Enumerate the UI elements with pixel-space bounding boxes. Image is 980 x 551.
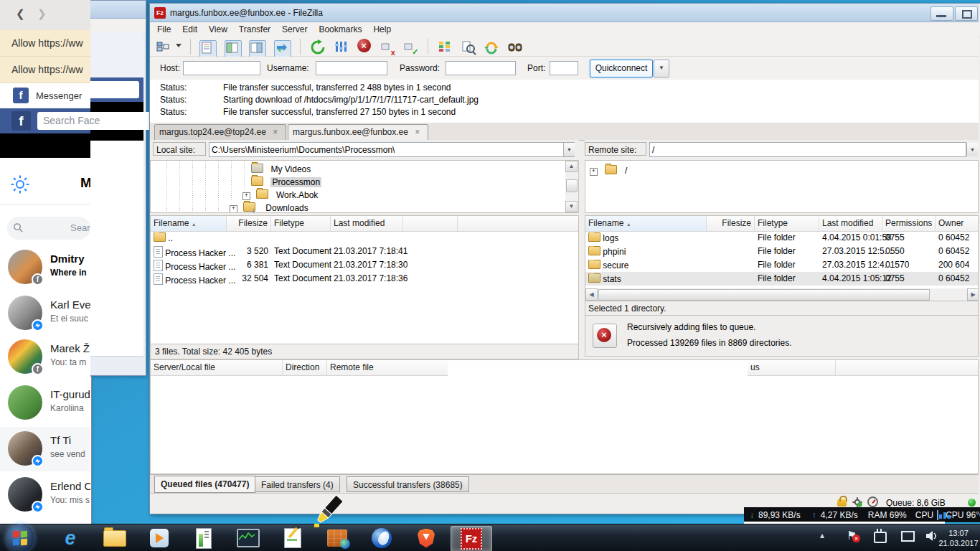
remote-tree[interactable]: + / [585, 160, 979, 213]
tree-item-root[interactable]: + / [590, 164, 627, 176]
taskbar[interactable]: e Fz ▴ ⚑× 13:07 21.03.2017 [0, 524, 980, 551]
tray-chevron-icon[interactable]: ▴ [820, 530, 824, 540]
local-tree-scrollbar[interactable]: ▲ ▼ [565, 161, 578, 212]
column-header-filetype[interactable]: Filetype [755, 216, 819, 231]
toggle-queue-icon[interactable] [274, 40, 291, 57]
filezilla-window[interactable]: Fz margus.funbox.ee@funbox.ee - FileZill… [149, 3, 980, 514]
local-tree[interactable]: My Videos Processmon + Work.Abok + ↓ Dow… [150, 160, 579, 213]
file-row[interactable]: Process Hacker ... 32 504 Text Document … [151, 272, 579, 286]
column-header-remote-file[interactable]: Remote file [327, 360, 448, 375]
menu-help[interactable]: Help [367, 23, 397, 36]
quickconnect-dropdown-button[interactable]: ▼ [654, 60, 669, 77]
scroll-down-icon[interactable]: ▼ [565, 201, 578, 212]
column-header-server-local-file[interactable]: Server/Local file [151, 360, 283, 375]
taskbar-pen-document[interactable] [273, 526, 313, 550]
transfer-queue-panel[interactable]: Server/Local file Direction Remote file … [150, 359, 979, 474]
tray-network-icon[interactable] [901, 531, 915, 542]
tab-queued-files[interactable]: Queued files (470477) [154, 476, 255, 493]
tab-failed-transfers[interactable]: Failed transfers (4) [255, 476, 340, 492]
file-row[interactable]: Process Hacker ... 3 520 Text Document 2… [151, 245, 579, 258]
taskbar-brave[interactable] [406, 526, 446, 550]
taskbar-filezilla[interactable]: Fz [451, 526, 492, 551]
menu-transfer[interactable]: Transfer [233, 23, 276, 36]
column-header-filesize[interactable]: Filesize [707, 216, 755, 231]
server-tab[interactable]: margus.top24.ee@top24.ee × [154, 124, 286, 140]
menu-file[interactable]: File [151, 23, 176, 36]
password-input[interactable] [446, 61, 516, 75]
scroll-up-icon[interactable]: ▲ [565, 161, 578, 172]
speed-gauge-icon[interactable] [867, 496, 878, 507]
contact-row[interactable]: Tf Ti see vend [0, 427, 90, 471]
scroll-left-icon[interactable]: ◀ [585, 288, 598, 301]
host-input[interactable] [183, 61, 260, 75]
tree-item-work-abok[interactable]: + Work.Abok [242, 188, 318, 201]
contact-row[interactable]: IT-gurud Karoliina [0, 381, 90, 425]
filezilla-titlebar[interactable]: Fz margus.funbox.ee@funbox.ee - FileZill… [150, 4, 979, 22]
scroll-thumb[interactable] [566, 179, 578, 192]
stop-recursive-button[interactable]: × [593, 324, 617, 348]
refresh-icon[interactable] [310, 39, 326, 55]
column-header-filetype[interactable]: Filetype [271, 216, 331, 231]
expand-icon[interactable]: + [590, 168, 598, 176]
tray-clock[interactable]: 13:07 21.03.2017 [938, 528, 979, 548]
column-header-filesize[interactable]: Filesize [227, 216, 271, 231]
column-header-lastmodified[interactable]: Last modified [331, 216, 403, 231]
tray-action-center-icon[interactable]: ⚑× [847, 529, 857, 542]
column-header-filename[interactable]: Filename ▲ [585, 216, 707, 231]
local-file-list[interactable]: Filename ▲ Filesize Filetype Last modifi… [150, 215, 579, 344]
minimize-button[interactable] [930, 6, 953, 21]
server-tab-active[interactable]: margus.funbox.ee@funbox.ee × [288, 124, 428, 140]
find-icon[interactable] [507, 39, 523, 55]
disconnect-icon[interactable]: x [380, 41, 395, 57]
file-row[interactable]: Process Hacker ... 6 381 Text Document 2… [151, 258, 579, 272]
menu-bookmarks[interactable]: Bookmarks [313, 23, 367, 36]
column-header-owner[interactable]: Owner [936, 216, 979, 231]
site-manager-dropdown-icon[interactable] [176, 44, 182, 50]
remote-file-list[interactable]: Filename ▲ Filesize Filetype Last modifi… [585, 215, 979, 301]
column-header-status-fragment[interactable]: us [748, 360, 836, 375]
tree-item-my-videos[interactable]: My Videos [251, 162, 311, 175]
taskbar-meter-document[interactable] [184, 526, 224, 550]
expand-icon[interactable]: + [230, 205, 237, 213]
tree-item-downloads[interactable]: + ↓ Downloads [230, 201, 308, 213]
expand-icon[interactable]: + [242, 192, 250, 200]
file-row-selected[interactable]: stats File folder 4.04.2015 1:05:12 0755… [585, 272, 979, 286]
file-row[interactable]: .. [151, 231, 579, 245]
scroll-thumb[interactable] [598, 289, 930, 301]
taskbar-media-player[interactable] [139, 526, 179, 550]
remote-list-hscrollbar[interactable]: ◀ ▶ [585, 288, 979, 301]
taskbar-process-monitor[interactable] [228, 526, 268, 550]
tab-close-icon[interactable]: × [415, 127, 420, 137]
column-header-direction[interactable]: Direction [283, 360, 327, 375]
username-input[interactable] [316, 61, 387, 75]
column-header-permissions[interactable]: Permissions [882, 216, 936, 231]
directory-comparison-icon[interactable] [437, 39, 453, 55]
contact-row[interactable]: Erlend O You: mis s [0, 473, 90, 517]
column-header-lastmodified[interactable]: Last modified [819, 216, 882, 231]
taskbar-windows-explorer[interactable] [95, 526, 135, 550]
taskbar-seamonkey[interactable] [362, 526, 402, 550]
start-button[interactable] [6, 524, 34, 551]
site-manager-icon[interactable] [155, 39, 171, 55]
tab-close-icon[interactable]: × [273, 127, 278, 137]
contact-row[interactable]: f Marek Ž You: ta m [0, 376, 90, 380]
file-row[interactable]: phpini File folder 27.03.2015 12:5... 05… [585, 245, 979, 258]
taskbar-internet-explorer[interactable]: e [50, 526, 90, 550]
taskbar-firewall[interactable] [317, 526, 357, 550]
local-site-dropdown-icon[interactable]: ▼ [563, 143, 575, 156]
file-row[interactable]: logs File folder 4.04.2015 0:01:58 0755 … [585, 231, 979, 245]
remote-site-combo[interactable]: / [649, 142, 966, 157]
menu-edit[interactable]: Edit [176, 23, 203, 36]
toggle-remote-tree-icon[interactable] [249, 40, 266, 57]
menu-server[interactable]: Server [276, 23, 313, 36]
gear-status-icon[interactable] [852, 496, 863, 508]
column-header-filename[interactable]: Filename ▲ [151, 216, 227, 231]
cancel-icon[interactable]: × [357, 38, 372, 54]
synchronized-browsing-icon[interactable] [484, 39, 499, 55]
tray-power-icon[interactable] [874, 532, 887, 543]
tab-successful-transfers[interactable]: Successful transfers (38685) [347, 476, 469, 492]
tray-volume-icon[interactable] [925, 530, 938, 545]
filter-icon[interactable] [461, 39, 476, 55]
scroll-right-icon[interactable]: ▶ [967, 288, 979, 301]
toggle-local-tree-icon[interactable] [225, 40, 242, 57]
